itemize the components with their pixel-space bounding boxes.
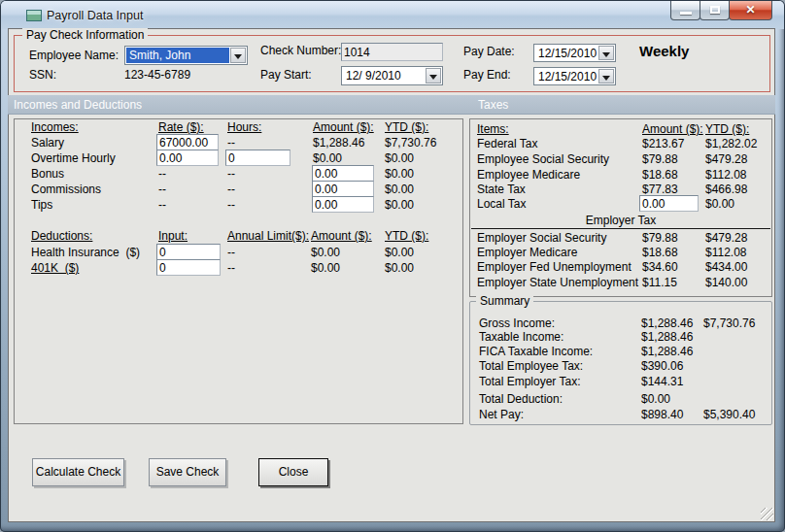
tax-row-label: Employee Social Security (477, 152, 609, 166)
rate-header: Rate ($): (158, 120, 204, 134)
federal-tax-amount: $213.67 (642, 137, 684, 150)
commissions-amount-input[interactable] (312, 181, 374, 197)
total-employee-tax-amount: $390.06 (641, 359, 683, 373)
section-title-incomes: Incomes and Deductions (14, 98, 142, 112)
total-deduction-amount: $0.00 (641, 392, 670, 406)
bonus-rate: -- (158, 167, 166, 181)
summary-row-label: FICA Taxable Income: (479, 345, 593, 358)
overtime-hours-input[interactable] (225, 150, 290, 166)
deduction-amount-header: Amount ($): (311, 229, 372, 243)
salary-amount: $1,288.46 (313, 136, 364, 150)
ee-medicare-amount: $18.68 (642, 168, 678, 182)
pay-end-dropdown-button[interactable] (598, 69, 614, 83)
hours-header: Hours: (227, 120, 261, 134)
state-tax-amount: $77.83 (642, 183, 678, 196)
total-employer-tax-amount: $144.31 (641, 375, 683, 388)
window-title: Payroll Data Input (47, 9, 143, 22)
tax-items-header: Items: (477, 122, 509, 136)
salary-ytd: $7,730.76 (385, 136, 436, 150)
deductions-header: Deductions: (31, 229, 92, 243)
check-number-field[interactable] (341, 43, 443, 61)
er-ss-ytd: $479.28 (705, 231, 747, 245)
employee-name-value: Smith, John (126, 48, 229, 63)
fica-taxable-amount: $1,288.46 (641, 345, 693, 358)
tips-rate: -- (158, 198, 166, 212)
save-check-button[interactable]: Save Check (149, 458, 226, 486)
tax-row-label: Employer Social Security (477, 231, 606, 245)
pay-start-picker[interactable]: 12/ 9/2010 (341, 66, 443, 85)
health-insurance-amount: $0.00 (311, 246, 340, 259)
annual-limit-header: Annual Limit($): (227, 229, 309, 243)
tax-amount-header: Amount ($): (642, 122, 703, 136)
resize-grip[interactable] (761, 508, 773, 520)
check-number-label: Check Number: (260, 44, 341, 57)
amount-header: Amount ($): (313, 120, 374, 134)
er-medicare-ytd: $112.08 (705, 246, 747, 259)
section-title-taxes: Taxes (478, 98, 508, 112)
payroll-window: Payroll Data Input ✕ Pay Check Informati… (0, 0, 785, 532)
income-row-label: Commissions (31, 183, 101, 196)
minimize-icon (680, 12, 692, 15)
tax-row-label: Employee Medicare (477, 168, 580, 182)
employee-name-select[interactable]: Smith, John (124, 46, 248, 65)
employer-tax-divider: Employer Tax (471, 214, 770, 229)
overtime-rate-input[interactable] (156, 150, 219, 166)
k401-input[interactable] (156, 259, 221, 276)
bonus-ytd: $0.00 (385, 167, 414, 181)
calculate-check-button[interactable]: Calculate Check (32, 458, 124, 486)
er-medicare-amount: $18.68 (642, 246, 678, 259)
er-state-unemp-ytd: $140.00 (705, 276, 747, 289)
tax-row-label: Local Tax (477, 197, 526, 211)
k401-limit: -- (227, 261, 235, 275)
tips-hours: -- (227, 198, 235, 212)
pay-start-dropdown-button[interactable] (426, 68, 441, 83)
income-row-label: Tips (31, 198, 52, 212)
close-button[interactable]: ✕ (729, 1, 772, 20)
k401-link[interactable]: 401K ($) (31, 261, 79, 275)
maximize-icon (710, 6, 720, 14)
pay-date-dropdown-button[interactable] (598, 46, 614, 60)
employee-name-dropdown-button[interactable] (230, 48, 246, 63)
close-check-button[interactable]: Close (258, 458, 328, 486)
deduction-row-label: Health Insurance ($) (31, 246, 140, 259)
health-insurance-limit: -- (227, 246, 235, 259)
overtime-ytd: $0.00 (385, 151, 414, 165)
pay-end-picker[interactable]: 12/15/2010 (533, 67, 616, 85)
summary-row-label: Gross Income: (479, 316, 555, 330)
summary-row-label: Taxable Income: (479, 330, 563, 344)
ee-medicare-ytd: $112.08 (705, 168, 747, 182)
health-insurance-ytd: $0.00 (385, 246, 414, 259)
salary-hours: -- (227, 136, 235, 150)
minimize-button[interactable] (670, 1, 700, 20)
employee-name-label: Employee Name: (29, 49, 119, 62)
maximize-button[interactable] (700, 1, 730, 20)
bonus-amount-input[interactable] (312, 165, 374, 182)
pay-frequency-label: Weekly (639, 45, 689, 58)
bonus-hours: -- (227, 167, 235, 181)
local-tax-ytd: $0.00 (705, 197, 734, 211)
k401-amount: $0.00 (311, 261, 340, 275)
chevron-down-icon (429, 75, 437, 83)
ee-ss-ytd: $479.28 (705, 152, 747, 166)
pay-start-value: 12/ 9/2010 (343, 68, 426, 83)
tips-amount-input[interactable] (312, 196, 374, 213)
incomes-header: Incomes: (31, 120, 79, 134)
gross-income-ytd: $7,730.76 (703, 316, 755, 330)
state-tax-ytd: $466.98 (705, 183, 747, 196)
summary-row-label: Total Deduction: (479, 392, 563, 406)
ssn-value: 123-45-6789 (124, 68, 190, 82)
income-row-label: Bonus (31, 167, 64, 181)
pay-end-label: Pay End: (463, 68, 511, 82)
summary-row-label: Total Employee Tax: (479, 359, 583, 373)
local-tax-input[interactable] (639, 195, 699, 212)
health-insurance-input[interactable] (156, 244, 221, 260)
salary-rate-input[interactable] (156, 134, 219, 150)
net-pay-ytd: $5,390.40 (703, 408, 755, 421)
pay-date-value: 12/15/2010 (535, 46, 598, 60)
er-ss-amount: $79.88 (642, 231, 678, 245)
pay-date-picker[interactable]: 12/15/2010 (533, 44, 616, 62)
tax-row-label: Employer Medicare (477, 246, 577, 259)
k401-ytd: $0.00 (385, 261, 414, 275)
summary-legend: Summary (476, 294, 533, 308)
income-row-label: Salary (31, 136, 64, 150)
